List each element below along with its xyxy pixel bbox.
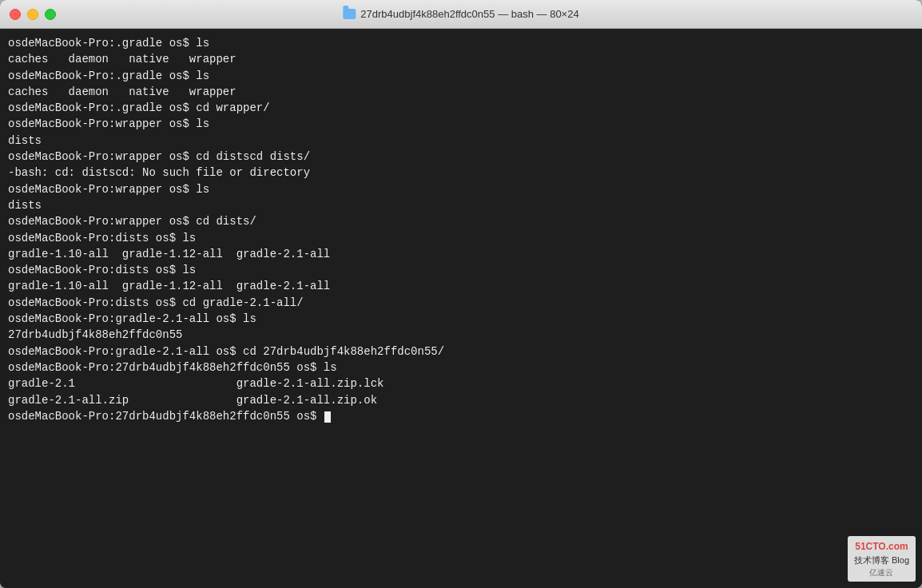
terminal-output: osdeMacBook-Pro:.gradle os$ ls caches da… bbox=[8, 35, 914, 424]
title-text: 27drb4udbjf4k88eh2ffdc0n55 — bash — 80×2… bbox=[360, 8, 578, 20]
folder-icon bbox=[343, 9, 356, 19]
watermark: 51CTO.com 技术博客 Blog 亿速云 bbox=[848, 536, 916, 582]
terminal-window: 27drb4udbjf4k88eh2ffdc0n55 — bash — 80×2… bbox=[0, 0, 922, 588]
minimize-button[interactable] bbox=[27, 9, 38, 20]
watermark-subtitle: 技术博客 Blog bbox=[854, 554, 909, 567]
maximize-button[interactable] bbox=[45, 9, 56, 20]
window-title: 27drb4udbjf4k88eh2ffdc0n55 — bash — 80×2… bbox=[343, 8, 578, 20]
terminal-cursor bbox=[324, 411, 331, 423]
watermark-brand: 亿速云 bbox=[854, 566, 909, 578]
title-bar: 27drb4udbjf4k88eh2ffdc0n55 — bash — 80×2… bbox=[0, 0, 922, 29]
terminal-body[interactable]: osdeMacBook-Pro:.gradle os$ ls caches da… bbox=[0, 29, 922, 588]
close-button[interactable] bbox=[10, 9, 21, 20]
traffic-lights bbox=[10, 9, 56, 20]
watermark-site: 51CTO.com bbox=[854, 539, 909, 554]
